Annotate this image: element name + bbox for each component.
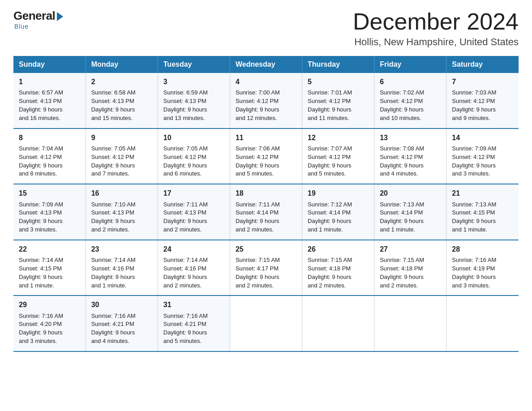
day-info: Sunrise: 6:59 AMSunset: 4:13 PMDaylight:… xyxy=(163,89,224,122)
day-number: 18 xyxy=(236,188,296,198)
day-number: 6 xyxy=(380,77,441,87)
month-title: December 2024 xyxy=(353,9,519,34)
calendar-week-row: 15Sunrise: 7:09 AMSunset: 4:13 PMDayligh… xyxy=(13,184,519,240)
calendar-body: 1Sunrise: 6:57 AMSunset: 4:13 PMDaylight… xyxy=(13,73,519,351)
calendar-cell: 17Sunrise: 7:11 AMSunset: 4:13 PMDayligh… xyxy=(158,184,230,240)
day-info: Sunrise: 6:57 AMSunset: 4:13 PMDaylight:… xyxy=(19,89,80,122)
day-info: Sunrise: 7:15 AMSunset: 4:18 PMDaylight:… xyxy=(308,256,369,290)
calendar-cell: 8Sunrise: 7:04 AMSunset: 4:12 PMDaylight… xyxy=(13,128,86,184)
day-number: 7 xyxy=(452,77,513,87)
calendar-cell: 27Sunrise: 7:15 AMSunset: 4:18 PMDayligh… xyxy=(374,240,446,296)
day-number: 30 xyxy=(91,300,152,310)
calendar-cell: 19Sunrise: 7:12 AMSunset: 4:14 PMDayligh… xyxy=(302,184,374,240)
day-number: 11 xyxy=(236,133,296,143)
calendar-cell: 16Sunrise: 7:10 AMSunset: 4:13 PMDayligh… xyxy=(86,184,158,240)
day-info: Sunrise: 7:08 AMSunset: 4:12 PMDaylight:… xyxy=(380,145,441,178)
calendar-table: Sunday Monday Tuesday Wednesday Thursday… xyxy=(13,56,519,352)
calendar-cell: 2Sunrise: 6:58 AMSunset: 4:13 PMDaylight… xyxy=(86,73,158,128)
day-info: Sunrise: 7:11 AMSunset: 4:14 PMDaylight:… xyxy=(236,201,296,234)
day-info: Sunrise: 7:13 AMSunset: 4:15 PMDaylight:… xyxy=(452,201,513,234)
calendar-cell: 9Sunrise: 7:05 AMSunset: 4:12 PMDaylight… xyxy=(86,128,158,184)
day-number: 5 xyxy=(308,77,369,87)
calendar-cell: 29Sunrise: 7:16 AMSunset: 4:20 PMDayligh… xyxy=(13,295,86,351)
day-info: Sunrise: 7:02 AMSunset: 4:12 PMDaylight:… xyxy=(380,89,441,122)
day-number: 19 xyxy=(308,188,369,198)
calendar-cell: 21Sunrise: 7:13 AMSunset: 4:15 PMDayligh… xyxy=(446,184,519,240)
day-info: Sunrise: 7:07 AMSunset: 4:12 PMDaylight:… xyxy=(308,145,369,178)
col-wednesday: Wednesday xyxy=(230,56,302,73)
calendar-cell xyxy=(302,295,374,351)
location-subtitle: Hollis, New Hampshire, United States xyxy=(353,36,519,48)
day-info: Sunrise: 7:13 AMSunset: 4:14 PMDaylight:… xyxy=(380,201,441,234)
col-tuesday: Tuesday xyxy=(158,56,230,73)
day-number: 21 xyxy=(452,188,513,198)
calendar-cell xyxy=(446,295,519,351)
day-info: Sunrise: 7:01 AMSunset: 4:12 PMDaylight:… xyxy=(308,89,369,122)
calendar-cell xyxy=(374,295,446,351)
day-number: 16 xyxy=(91,188,152,198)
day-number: 10 xyxy=(163,133,224,143)
calendar-cell: 20Sunrise: 7:13 AMSunset: 4:14 PMDayligh… xyxy=(374,184,446,240)
day-number: 8 xyxy=(19,133,80,143)
day-info: Sunrise: 7:16 AMSunset: 4:21 PMDaylight:… xyxy=(163,312,224,346)
calendar-cell: 10Sunrise: 7:05 AMSunset: 4:12 PMDayligh… xyxy=(158,128,230,184)
day-number: 12 xyxy=(308,133,369,143)
day-number: 29 xyxy=(19,300,80,310)
calendar-week-row: 29Sunrise: 7:16 AMSunset: 4:20 PMDayligh… xyxy=(13,295,519,351)
day-info: Sunrise: 7:12 AMSunset: 4:14 PMDaylight:… xyxy=(308,201,369,234)
day-info: Sunrise: 7:15 AMSunset: 4:17 PMDaylight:… xyxy=(236,256,296,290)
day-number: 4 xyxy=(236,77,296,87)
col-monday: Monday xyxy=(86,56,158,73)
day-number: 17 xyxy=(163,188,224,198)
header-row: Sunday Monday Tuesday Wednesday Thursday… xyxy=(13,56,519,73)
day-info: Sunrise: 7:09 AMSunset: 4:13 PMDaylight:… xyxy=(19,201,80,234)
calendar-cell: 7Sunrise: 7:03 AMSunset: 4:12 PMDaylight… xyxy=(446,73,519,128)
title-section: December 2024 Hollis, New Hampshire, Uni… xyxy=(353,9,519,48)
col-saturday: Saturday xyxy=(446,56,519,73)
day-info: Sunrise: 7:16 AMSunset: 4:20 PMDaylight:… xyxy=(19,312,80,346)
day-info: Sunrise: 7:05 AMSunset: 4:12 PMDaylight:… xyxy=(91,145,152,178)
day-info: Sunrise: 7:05 AMSunset: 4:12 PMDaylight:… xyxy=(163,145,224,178)
logo-blue-text: Blue xyxy=(14,23,29,30)
day-number: 25 xyxy=(236,244,296,254)
calendar-cell: 28Sunrise: 7:16 AMSunset: 4:19 PMDayligh… xyxy=(446,240,519,296)
day-info: Sunrise: 7:03 AMSunset: 4:12 PMDaylight:… xyxy=(452,89,513,122)
day-number: 31 xyxy=(163,300,224,310)
day-number: 27 xyxy=(380,244,441,254)
col-friday: Friday xyxy=(374,56,446,73)
col-sunday: Sunday xyxy=(13,56,86,73)
day-number: 2 xyxy=(91,77,152,87)
day-info: Sunrise: 7:16 AMSunset: 4:19 PMDaylight:… xyxy=(452,256,513,290)
calendar-cell: 6Sunrise: 7:02 AMSunset: 4:12 PMDaylight… xyxy=(374,73,446,128)
day-number: 3 xyxy=(163,77,224,87)
calendar-week-row: 22Sunrise: 7:14 AMSunset: 4:15 PMDayligh… xyxy=(13,240,519,296)
calendar-cell: 3Sunrise: 6:59 AMSunset: 4:13 PMDaylight… xyxy=(158,73,230,128)
calendar-cell: 25Sunrise: 7:15 AMSunset: 4:17 PMDayligh… xyxy=(230,240,302,296)
day-number: 28 xyxy=(452,244,513,254)
day-info: Sunrise: 7:14 AMSunset: 4:16 PMDaylight:… xyxy=(163,256,224,290)
day-number: 24 xyxy=(163,244,224,254)
calendar-cell: 24Sunrise: 7:14 AMSunset: 4:16 PMDayligh… xyxy=(158,240,230,296)
day-number: 26 xyxy=(308,244,369,254)
calendar-cell xyxy=(230,295,302,351)
day-info: Sunrise: 6:58 AMSunset: 4:13 PMDaylight:… xyxy=(91,89,152,122)
day-number: 1 xyxy=(19,77,80,87)
calendar-cell: 14Sunrise: 7:09 AMSunset: 4:12 PMDayligh… xyxy=(446,128,519,184)
day-number: 15 xyxy=(19,188,80,198)
day-info: Sunrise: 7:14 AMSunset: 4:16 PMDaylight:… xyxy=(91,256,152,290)
calendar-cell: 4Sunrise: 7:00 AMSunset: 4:12 PMDaylight… xyxy=(230,73,302,128)
calendar-cell: 1Sunrise: 6:57 AMSunset: 4:13 PMDaylight… xyxy=(13,73,86,128)
day-number: 14 xyxy=(452,133,513,143)
day-info: Sunrise: 7:06 AMSunset: 4:12 PMDaylight:… xyxy=(236,145,296,178)
day-info: Sunrise: 7:10 AMSunset: 4:13 PMDaylight:… xyxy=(91,201,152,234)
day-info: Sunrise: 7:14 AMSunset: 4:15 PMDaylight:… xyxy=(19,256,80,290)
calendar-cell: 5Sunrise: 7:01 AMSunset: 4:12 PMDaylight… xyxy=(302,73,374,128)
calendar-cell: 13Sunrise: 7:08 AMSunset: 4:12 PMDayligh… xyxy=(374,128,446,184)
day-number: 22 xyxy=(19,244,80,254)
day-info: Sunrise: 7:16 AMSunset: 4:21 PMDaylight:… xyxy=(91,312,152,346)
day-info: Sunrise: 7:11 AMSunset: 4:13 PMDaylight:… xyxy=(163,201,224,234)
page-header: General Blue December 2024 Hollis, New H… xyxy=(13,9,519,48)
calendar-cell: 23Sunrise: 7:14 AMSunset: 4:16 PMDayligh… xyxy=(86,240,158,296)
day-number: 9 xyxy=(91,133,152,143)
calendar-cell: 18Sunrise: 7:11 AMSunset: 4:14 PMDayligh… xyxy=(230,184,302,240)
